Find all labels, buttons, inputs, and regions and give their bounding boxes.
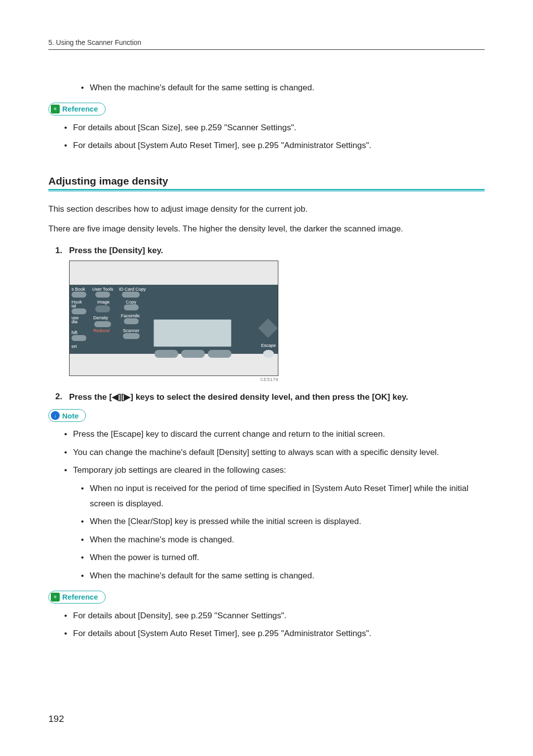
step-text: Press the [Density] key. [69,246,163,256]
chevron-down-icon: ⌄ [216,344,220,349]
list-text: Temporary job settings are cleared in th… [73,463,286,478]
fig-label: Scanner [123,328,140,333]
fig-button [72,292,86,298]
bullet-dot: • [64,463,73,478]
list-text: When the machine's default for the same … [90,568,314,584]
list-icon: ≡ [51,593,60,602]
fig-label: Reduce/ [93,328,110,333]
fig-softkey [154,350,178,358]
step-2: 2. Press the [◀][▶] keys to select the d… [55,392,485,402]
bullet-dot: • [81,568,90,584]
intro-sublist: • When the machine's default for the sam… [48,80,485,96]
chevron-down-icon: ⌄ [162,344,166,349]
fig-softkey [181,350,205,358]
fig-button [95,305,110,312]
list-item: •For details about [Scan Size], see p.25… [64,120,485,136]
bullet-dot: • [81,550,90,566]
fig-label: ID Card Copy [119,287,146,292]
list-item: •When the machine's default for the same… [81,568,485,584]
fig-label: Copy [126,300,136,304]
list-text: When the machine's default for the same … [90,80,314,96]
bullet-dot: • [64,120,73,136]
fig-density-button [94,321,111,327]
page-number: 192 [48,714,64,724]
reference-list-1: •For details about [Scan Size], see p.25… [48,120,485,153]
callout-pill: ≡ Reference [48,103,106,115]
bullet-dot: • [64,445,73,460]
fig-label: Image [97,300,110,304]
fig-lcd-screen [153,319,231,347]
list-text: When the machine's mode is changed. [90,532,234,548]
bullet-dot: • [81,481,90,511]
header-rule [48,49,485,50]
bullet-dot: • [64,427,73,442]
list-item: •When the power is turned off. [81,550,485,566]
bullet-dot: • [81,532,90,548]
figure-bezel-top [70,261,278,285]
step-1: 1. Press the [Density] key. [55,246,485,256]
fig-label: dia [72,319,77,324]
fig-label: ert [72,344,77,349]
fig-label: ial [72,303,76,308]
running-head: 5. Using the Scanner Function [48,38,485,46]
list-text: For details about [System Auto Reset Tim… [73,626,372,642]
list-text: Press the [Escape] key to discard the cu… [73,427,385,442]
text-fragment: ][ [118,392,124,402]
list-item: •For details about [System Auto Reset Ti… [64,138,485,153]
list-text: When no input is received for the period… [90,481,485,511]
fig-label: Facsimile [121,313,140,318]
list-item: •Temporary job settings are cleared in t… [64,463,485,478]
fig-button [124,304,139,310]
triangle-right-icon: ▶ [124,392,130,402]
list-item: •When the [Clear/Stop] key is pressed wh… [81,514,485,529]
step-text: Press the [◀][▶] keys to select the desi… [69,392,408,402]
reference-list-2: •For details about [Density], see p.259 … [48,608,485,642]
callout-label: Reference [62,593,98,601]
list-text: For details about [System Auto Reset Tim… [73,138,372,153]
fig-softkey [208,350,231,358]
paragraph: There are five image density levels. The… [48,222,485,236]
list-icon: ≡ [51,105,60,113]
list-text: For details about [Density], see p.259 "… [73,608,287,624]
section-heading: Adjusting image density [48,175,485,187]
fig-label: hift [72,330,77,335]
fig-button [123,333,140,339]
fig-button [72,335,86,341]
callout-pill: ≡ Reference [48,591,106,604]
list-item: •You can change the machine's default [D… [64,445,485,460]
step-number: 1. [55,246,69,256]
list-text: For details about [Scan Size], see p.259… [73,120,296,136]
arrow-down-icon: ↓ [51,411,60,420]
bullet-dot: • [64,608,73,624]
figure-code: CES178 [69,377,278,382]
control-panel-figure: s Book User Tools ID Card Copy Hook ial … [69,261,278,376]
fig-button [124,318,139,324]
page: 5. Using the Scanner Function • When the… [0,0,533,756]
fig-label: s Book [72,287,85,292]
reference-callout: ≡ Reference [48,103,485,115]
bullet-dot: • [64,138,73,153]
fig-nav-dial [258,318,278,338]
list-item: •For details about [System Auto Reset Ti… [64,626,485,642]
section-rule [48,189,485,192]
text-fragment: Press the [ [69,392,112,402]
fig-button [72,308,86,314]
figure-wrap: s Book User Tools ID Card Copy Hook ial … [69,261,485,382]
triangle-left-icon: ◀ [112,392,118,402]
list-item: •When the machine's mode is changed. [81,532,485,548]
figure-panel: s Book User Tools ID Card Copy Hook ial … [70,285,278,354]
list-text: You can change the machine's default [De… [73,445,439,460]
text-fragment: ] keys to select the desired density lev… [130,392,408,402]
fig-label: User Tools [92,287,113,292]
fig-label: Escape [261,343,276,348]
list-item: •For details about [Density], see p.259 … [64,608,485,624]
bullet-dot: • [81,80,90,96]
note-list: •Press the [Escape] key to discard the c… [48,427,485,478]
chevron-down-icon: ⌄ [189,344,193,349]
paragraph: This section describes how to adjust ima… [48,202,485,217]
callout-label: Reference [62,105,98,113]
list-text: When the [Clear/Stop] key is pressed whi… [90,514,361,529]
bullet-dot: • [81,514,90,529]
callout-label: Note [62,412,78,420]
note-sublist: •When no input is received for the perio… [48,481,485,584]
